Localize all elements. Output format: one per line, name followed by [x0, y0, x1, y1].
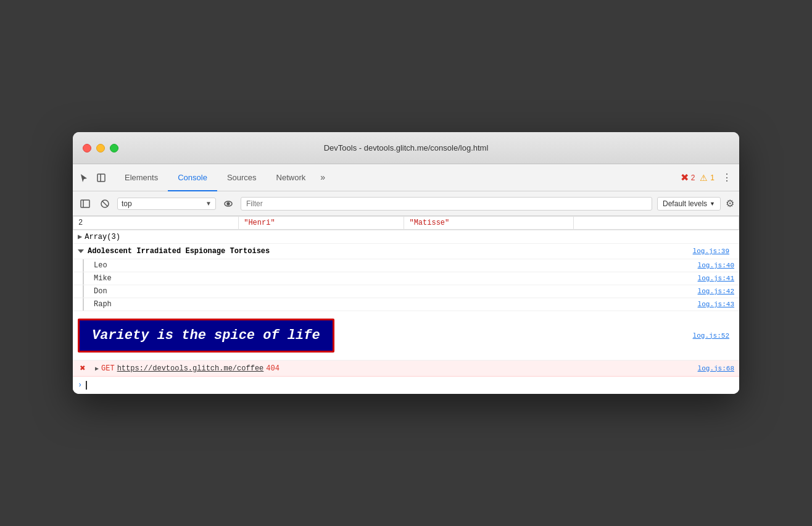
indent-text-don: Don — [91, 285, 695, 298]
title-bar: DevTools - devtools.glitch.me/console/lo… — [73, 132, 739, 164]
table-cell-empty — [573, 217, 739, 230]
error-gutter: ✖ — [73, 362, 93, 374]
more-options-icon[interactable]: ⋮ — [719, 169, 734, 186]
http-method: GET — [101, 364, 115, 373]
console-cursor — [86, 381, 87, 390]
data-table: 2 "Henri" "Matisse" — [73, 216, 739, 230]
table-area: 2 "Henri" "Matisse" — [73, 216, 739, 230]
devtools-panel: Elements Console Sources Network » ✖ 2 ⚠ — [73, 164, 739, 394]
error-expand-icon[interactable]: ▶ — [95, 365, 99, 372]
table-cell-index: 2 — [73, 217, 239, 230]
devtools-window: DevTools - devtools.glitch.me/console/lo… — [73, 132, 739, 394]
svg-rect-2 — [81, 200, 89, 207]
input-chevron-icon: › — [78, 381, 82, 390]
indent-line — [83, 298, 84, 311]
dock-icon[interactable] — [95, 172, 107, 184]
error-status-code: 404 — [266, 364, 280, 373]
indent-line — [83, 272, 84, 285]
tab-more[interactable]: » — [315, 164, 330, 191]
maximize-button[interactable] — [110, 144, 118, 152]
indent-text-leo: Leo — [91, 259, 695, 272]
list-item: Don log.js:42 — [73, 285, 739, 298]
group-collapse-icon[interactable] — [78, 249, 84, 253]
warning-count-badge[interactable]: ⚠ 1 — [700, 173, 715, 183]
cursor-icon[interactable] — [78, 172, 90, 184]
styled-log-content: Variety is the spice of life — [78, 319, 690, 353]
error-url[interactable]: https://devtools.glitch.me/coffee — [117, 364, 264, 373]
list-item: Mike log.js:41 — [73, 272, 739, 285]
tab-bar-right: ✖ 2 ⚠ 1 ⋮ — [681, 169, 734, 186]
filter-input[interactable] — [241, 197, 652, 211]
styled-text: Variety is the spice of life — [92, 328, 320, 343]
error-source[interactable]: log.js:68 — [695, 364, 739, 374]
tab-bar: Elements Console Sources Network » ✖ 2 ⚠ — [73, 164, 739, 191]
sidebar-toggle-icon[interactable] — [78, 196, 93, 211]
mike-source[interactable]: log.js:41 — [695, 273, 739, 284]
console-output: 2 "Henri" "Matisse" ▶ Array(3) Adolescen… — [73, 216, 739, 394]
tab-network[interactable]: Network — [267, 164, 316, 191]
tab-elements[interactable]: Elements — [115, 164, 168, 191]
indent-line — [83, 259, 84, 272]
leo-source[interactable]: log.js:40 — [695, 260, 739, 271]
group-row: Adolescent Irradiated Espionage Tortoise… — [73, 244, 739, 259]
table-cell-first: "Henri" — [239, 217, 404, 230]
error-content: ▶ GET https://devtools.glitch.me/coffee … — [93, 363, 695, 374]
default-levels-button[interactable]: Default levels ▼ — [657, 197, 721, 211]
don-source[interactable]: log.js:42 — [695, 286, 739, 297]
indent-line — [83, 285, 84, 298]
table-row: 2 "Henri" "Matisse" — [73, 217, 739, 230]
error-row: ✖ ▶ GET https://devtools.glitch.me/coffe… — [73, 361, 739, 377]
svg-line-5 — [102, 201, 107, 206]
array-expand-icon[interactable]: ▶ — [78, 232, 82, 241]
styled-log-row: Variety is the spice of life log.js:52 — [73, 311, 739, 361]
settings-icon[interactable]: ⚙ — [726, 198, 734, 209]
indent-text-mike: Mike — [91, 272, 695, 285]
tab-sources[interactable]: Sources — [217, 164, 267, 191]
traffic-lights — [83, 144, 118, 152]
group-label: Adolescent Irradiated Espionage Tortoise… — [88, 247, 270, 256]
minimize-button[interactable] — [96, 144, 105, 152]
error-count-badge[interactable]: ✖ 2 — [681, 172, 695, 183]
console-toolbar: top ▼ Default levels ▼ ⚙ — [73, 191, 739, 216]
raph-source[interactable]: log.js:43 — [695, 299, 739, 310]
eye-icon[interactable] — [221, 196, 236, 211]
error-icon: ✖ — [80, 362, 85, 374]
list-item: Leo log.js:40 — [73, 259, 739, 272]
list-item: Raph log.js:43 — [73, 298, 739, 311]
tab-console[interactable]: Console — [168, 164, 217, 191]
svg-point-7 — [227, 202, 230, 205]
levels-dropdown-icon: ▼ — [710, 201, 715, 207]
array-row: ▶ Array(3) — [73, 230, 739, 244]
styled-text-box: Variety is the spice of life — [78, 319, 334, 353]
console-input-row[interactable]: › — [73, 377, 739, 394]
window-title: DevTools - devtools.glitch.me/console/lo… — [324, 143, 489, 152]
styled-source[interactable]: log.js:52 — [690, 330, 734, 341]
array-label: Array(3) — [85, 233, 120, 241]
table-cell-second: "Matisse" — [404, 217, 573, 230]
clear-console-icon[interactable] — [97, 196, 112, 211]
svg-rect-0 — [97, 174, 105, 182]
close-button[interactable] — [83, 144, 91, 152]
indent-text-raph: Raph — [91, 298, 695, 311]
tab-bar-icons — [78, 172, 107, 184]
context-dropdown-icon: ▼ — [205, 200, 212, 207]
context-selector[interactable]: top ▼ — [117, 198, 216, 210]
group-source[interactable]: log.js:39 — [690, 246, 734, 257]
